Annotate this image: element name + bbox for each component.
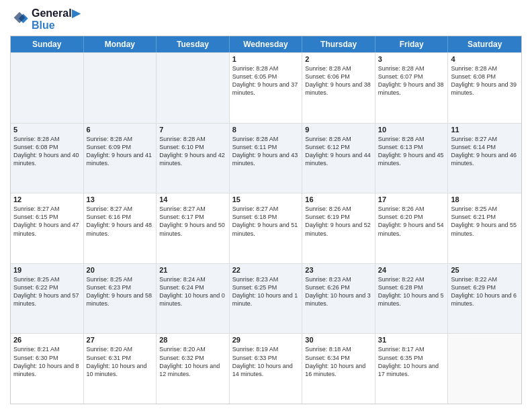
day-number: 18 [451,195,519,203]
cal-cell-empty-4-6 [448,334,521,404]
calendar: SundayMondayTuesdayWednesdayThursdayFrid… [10,36,522,404]
cal-cell-24: 24Sunrise: 8:22 AM Sunset: 6:28 PM Dayli… [375,264,449,334]
cell-info: Sunrise: 8:28 AM Sunset: 6:09 PM Dayligh… [87,135,154,168]
cal-cell-30: 30Sunrise: 8:18 AM Sunset: 6:34 PM Dayli… [302,334,375,404]
header-day-saturday: Saturday [448,36,521,52]
cell-info: Sunrise: 8:25 AM Sunset: 6:23 PM Dayligh… [87,275,154,308]
page: General▶ Blue SundayMondayTuesdayWednesd… [0,0,532,411]
day-number: 6 [87,126,154,134]
header: General▶ Blue [10,7,522,32]
cell-info: Sunrise: 8:26 AM Sunset: 6:20 PM Dayligh… [378,205,445,238]
day-number: 29 [232,336,300,344]
day-number: 17 [378,195,445,203]
day-number: 9 [305,126,372,134]
day-number: 8 [232,126,300,134]
cell-info: Sunrise: 8:18 AM Sunset: 6:34 PM Dayligh… [305,345,372,378]
calendar-body: 1Sunrise: 8:28 AM Sunset: 6:05 PM Daylig… [11,52,521,404]
header-day-monday: Monday [84,36,157,52]
cell-info: Sunrise: 8:28 AM Sunset: 6:06 PM Dayligh… [305,64,372,97]
cell-info: Sunrise: 8:24 AM Sunset: 6:24 PM Dayligh… [159,275,226,308]
cal-cell-1: 1Sunrise: 8:28 AM Sunset: 6:05 PM Daylig… [230,53,303,123]
cal-cell-8: 8Sunrise: 8:28 AM Sunset: 6:11 PM Daylig… [230,124,303,193]
cell-info: Sunrise: 8:26 AM Sunset: 6:19 PM Dayligh… [305,205,372,238]
cell-info: Sunrise: 8:28 AM Sunset: 6:11 PM Dayligh… [232,135,300,168]
day-number: 20 [87,266,154,274]
cal-cell-29: 29Sunrise: 8:19 AM Sunset: 6:33 PM Dayli… [230,334,303,404]
day-number: 25 [451,266,519,274]
day-number: 26 [13,336,81,344]
day-number: 30 [305,336,372,344]
cell-info: Sunrise: 8:25 AM Sunset: 6:22 PM Dayligh… [13,275,81,308]
cal-cell-12: 12Sunrise: 8:27 AM Sunset: 6:15 PM Dayli… [11,193,84,263]
calendar-row-2: 12Sunrise: 8:27 AM Sunset: 6:15 PM Dayli… [11,193,521,263]
header-day-friday: Friday [375,36,449,52]
cell-info: Sunrise: 8:22 AM Sunset: 6:29 PM Dayligh… [451,275,519,308]
cal-cell-9: 9Sunrise: 8:28 AM Sunset: 6:12 PM Daylig… [302,124,375,193]
cell-info: Sunrise: 8:27 AM Sunset: 6:18 PM Dayligh… [232,205,300,238]
cal-cell-26: 26Sunrise: 8:21 AM Sunset: 6:30 PM Dayli… [11,334,84,404]
calendar-row-0: 1Sunrise: 8:28 AM Sunset: 6:05 PM Daylig… [11,52,521,123]
cal-cell-17: 17Sunrise: 8:26 AM Sunset: 6:20 PM Dayli… [375,193,449,263]
cal-cell-19: 19Sunrise: 8:25 AM Sunset: 6:22 PM Dayli… [11,264,84,334]
logo: General▶ Blue [10,7,80,32]
day-number: 13 [87,195,154,203]
cal-cell-13: 13Sunrise: 8:27 AM Sunset: 6:16 PM Dayli… [84,193,157,263]
logo-icon [10,10,29,29]
cal-cell-10: 10Sunrise: 8:28 AM Sunset: 6:13 PM Dayli… [375,124,449,193]
day-number: 19 [13,266,81,274]
day-number: 28 [159,336,226,344]
cal-cell-empty-0-2 [157,53,230,123]
day-number: 5 [13,126,81,134]
cal-cell-3: 3Sunrise: 8:28 AM Sunset: 6:07 PM Daylig… [375,53,449,123]
cell-info: Sunrise: 8:27 AM Sunset: 6:16 PM Dayligh… [87,205,154,238]
cal-cell-22: 22Sunrise: 8:23 AM Sunset: 6:25 PM Dayli… [230,264,303,334]
cell-info: Sunrise: 8:28 AM Sunset: 6:08 PM Dayligh… [451,64,519,97]
cell-info: Sunrise: 8:23 AM Sunset: 6:25 PM Dayligh… [232,275,300,308]
day-number: 7 [159,126,226,134]
cal-cell-4: 4Sunrise: 8:28 AM Sunset: 6:08 PM Daylig… [448,53,521,123]
cal-cell-15: 15Sunrise: 8:27 AM Sunset: 6:18 PM Dayli… [230,193,303,263]
cal-cell-7: 7Sunrise: 8:28 AM Sunset: 6:10 PM Daylig… [157,124,230,193]
day-number: 15 [232,195,300,203]
cell-info: Sunrise: 8:28 AM Sunset: 6:13 PM Dayligh… [378,135,445,168]
day-number: 23 [305,266,372,274]
day-number: 1 [232,55,300,63]
cell-info: Sunrise: 8:17 AM Sunset: 6:35 PM Dayligh… [378,345,445,378]
cal-cell-11: 11Sunrise: 8:27 AM Sunset: 6:14 PM Dayli… [448,124,521,193]
cal-cell-2: 2Sunrise: 8:28 AM Sunset: 6:06 PM Daylig… [302,53,375,123]
day-number: 22 [232,266,300,274]
cal-cell-27: 27Sunrise: 8:20 AM Sunset: 6:31 PM Dayli… [84,334,157,404]
day-number: 12 [13,195,81,203]
day-number: 11 [451,126,519,134]
logo-text: General▶ Blue [32,7,80,32]
calendar-row-4: 26Sunrise: 8:21 AM Sunset: 6:30 PM Dayli… [11,333,521,404]
day-number: 16 [305,195,372,203]
day-number: 27 [87,336,154,344]
cal-cell-23: 23Sunrise: 8:23 AM Sunset: 6:26 PM Dayli… [302,264,375,334]
cal-cell-empty-0-0 [11,53,84,123]
cell-info: Sunrise: 8:28 AM Sunset: 6:08 PM Dayligh… [13,135,81,168]
day-number: 24 [378,266,445,274]
cell-info: Sunrise: 8:23 AM Sunset: 6:26 PM Dayligh… [305,275,372,308]
calendar-row-1: 5Sunrise: 8:28 AM Sunset: 6:08 PM Daylig… [11,123,521,193]
day-number: 31 [378,336,445,344]
cal-cell-empty-0-1 [84,53,157,123]
cell-info: Sunrise: 8:28 AM Sunset: 6:10 PM Dayligh… [159,135,226,168]
cell-info: Sunrise: 8:28 AM Sunset: 6:07 PM Dayligh… [378,64,445,97]
cell-info: Sunrise: 8:27 AM Sunset: 6:15 PM Dayligh… [13,205,81,238]
cell-info: Sunrise: 8:21 AM Sunset: 6:30 PM Dayligh… [13,345,81,378]
calendar-row-3: 19Sunrise: 8:25 AM Sunset: 6:22 PM Dayli… [11,263,521,334]
cell-info: Sunrise: 8:20 AM Sunset: 6:32 PM Dayligh… [159,345,226,378]
cell-info: Sunrise: 8:28 AM Sunset: 6:12 PM Dayligh… [305,135,372,168]
cal-cell-5: 5Sunrise: 8:28 AM Sunset: 6:08 PM Daylig… [11,124,84,193]
cal-cell-6: 6Sunrise: 8:28 AM Sunset: 6:09 PM Daylig… [84,124,157,193]
day-number: 3 [378,55,445,63]
header-day-wednesday: Wednesday [230,36,303,52]
day-number: 4 [451,55,519,63]
cell-info: Sunrise: 8:25 AM Sunset: 6:21 PM Dayligh… [451,205,519,238]
cal-cell-18: 18Sunrise: 8:25 AM Sunset: 6:21 PM Dayli… [448,193,521,263]
calendar-header: SundayMondayTuesdayWednesdayThursdayFrid… [11,36,521,52]
cell-info: Sunrise: 8:28 AM Sunset: 6:05 PM Dayligh… [232,64,300,97]
day-number: 2 [305,55,372,63]
header-day-thursday: Thursday [302,36,375,52]
